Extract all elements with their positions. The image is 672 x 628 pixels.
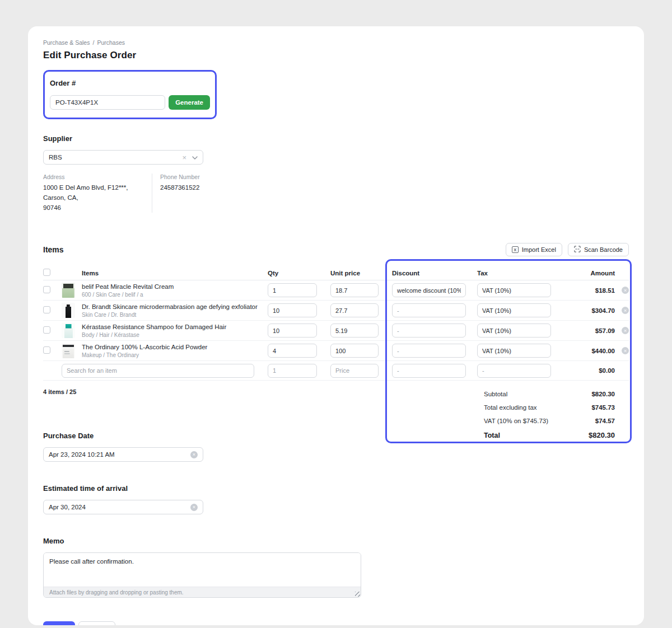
attach-files-bar: Attach files by dragging and dropping or… xyxy=(44,587,361,597)
remove-row-icon[interactable]: × xyxy=(622,347,629,354)
table-row: The Ordinary 100% L-Ascorbic Acid Powder… xyxy=(43,341,629,361)
breadcrumb: Purchase & Sales / Purchases xyxy=(43,39,629,46)
supplier-select[interactable]: RBS × xyxy=(43,150,203,165)
unit-price-input[interactable] xyxy=(330,324,379,338)
amount-value: $440.00 xyxy=(551,348,615,354)
eta-input[interactable]: Apr 30, 2024 × xyxy=(43,500,203,514)
new-row-amount: $0.00 xyxy=(551,367,615,374)
totals-row: VAT (10% on $745.73) $74.57 xyxy=(484,414,615,428)
grand-total-value: $820.30 xyxy=(589,431,615,439)
purchase-date-section: Purchase Date Apr 23, 2024 10:21 AM × xyxy=(43,432,203,462)
amount-value: $18.51 xyxy=(551,287,615,294)
discount-input[interactable] xyxy=(392,344,466,358)
totals-value: $74.57 xyxy=(595,418,615,424)
table-header-row: Items Qty Unit price Discount Tax Amount xyxy=(43,266,629,280)
breadcrumb-purchases[interactable]: Purchases xyxy=(97,39,125,46)
discount-input[interactable] xyxy=(392,283,466,297)
scan-barcode-button[interactable]: Scan Barcode xyxy=(568,243,629,256)
new-qty-input[interactable] xyxy=(268,364,317,378)
new-discount-input[interactable] xyxy=(392,364,466,378)
row-checkbox[interactable] xyxy=(43,286,50,293)
qty-input[interactable] xyxy=(268,344,317,358)
product-image xyxy=(62,303,75,318)
product-image xyxy=(62,343,75,358)
table-row: belif Peat Miracle Revital Cream 600 / S… xyxy=(43,280,629,301)
items-section: Items X Import Excel Scan Barcode xyxy=(43,243,629,443)
purchase-date-label: Purchase Date xyxy=(43,432,203,440)
barcode-scan-icon xyxy=(574,246,581,254)
order-number-input[interactable] xyxy=(50,95,165,110)
column-discount: Discount xyxy=(392,270,477,276)
purchase-date-input[interactable]: Apr 23, 2024 10:21 AM × xyxy=(43,447,203,462)
purchase-date-value: Apr 23, 2024 10:21 AM xyxy=(49,451,190,458)
table-row: Kérastase Resistance Shampoo for Damaged… xyxy=(43,321,629,341)
new-tax-input[interactable] xyxy=(477,364,551,378)
clear-eta-icon[interactable]: × xyxy=(190,504,198,511)
resize-handle[interactable] xyxy=(355,592,360,597)
discount-input[interactable] xyxy=(392,303,466,317)
supplier-section: Supplier RBS × Address 1000 E Del Amo Bl… xyxy=(43,134,629,213)
order-number-highlight-box: Order # Generate xyxy=(43,70,217,119)
unit-price-input[interactable] xyxy=(330,303,379,317)
product-category: 600 / Skin Care / belif / a xyxy=(82,292,268,298)
import-excel-button[interactable]: X Import Excel xyxy=(506,243,562,256)
product-category: Body / Hair / Kérastase xyxy=(82,332,268,338)
address-label: Address xyxy=(43,174,146,180)
tax-input[interactable] xyxy=(477,344,551,358)
row-checkbox[interactable] xyxy=(43,306,50,313)
column-qty: Qty xyxy=(268,270,330,276)
grand-total-label: Total xyxy=(484,432,500,439)
totals-row: Total excluding tax $745.73 xyxy=(484,401,615,414)
totals-label: VAT (10% on $745.73) xyxy=(484,418,548,424)
product-image xyxy=(62,283,75,298)
attach-files-hint: Attach files by dragging and dropping or… xyxy=(49,589,184,596)
save-button[interactable]: Save xyxy=(43,621,75,625)
totals-value: $745.73 xyxy=(591,404,615,411)
generate-button[interactable]: Generate xyxy=(169,95,210,110)
phone-value: 24587361522 xyxy=(160,183,200,193)
items-table: Items Qty Unit price Discount Tax Amount… xyxy=(43,266,629,443)
order-number-label: Order # xyxy=(50,79,210,87)
phone-label: Phone Number xyxy=(160,174,200,180)
totals-label: Subtotal xyxy=(484,391,507,397)
supplier-selected-value: RBS xyxy=(49,154,182,161)
qty-input[interactable] xyxy=(268,324,317,338)
clear-purchase-date-icon[interactable]: × xyxy=(190,451,198,458)
form-actions: Save Cancel xyxy=(43,621,629,625)
tax-input[interactable] xyxy=(477,303,551,317)
eta-value: Apr 30, 2024 xyxy=(49,504,190,510)
unit-price-input[interactable] xyxy=(330,344,379,358)
remove-row-icon[interactable]: × xyxy=(622,327,629,334)
totals-value: $820.30 xyxy=(591,391,615,397)
item-search-input[interactable] xyxy=(62,364,254,378)
qty-input[interactable] xyxy=(268,303,317,317)
qty-input[interactable] xyxy=(268,283,317,297)
row-checkbox[interactable] xyxy=(43,326,50,334)
select-all-checkbox[interactable] xyxy=(43,269,50,276)
page-title: Edit Purchase Order xyxy=(43,50,629,61)
unit-price-input[interactable] xyxy=(330,283,379,297)
supplier-label: Supplier xyxy=(43,134,629,143)
edit-purchase-order-card: Purchase & Sales / Purchases Edit Purcha… xyxy=(28,26,644,625)
table-row: Dr. Brandt Skincare microdermabrasion ag… xyxy=(43,301,629,321)
address-value: 1000 E Del Amo Blvd, F12***, Carson, CA,… xyxy=(43,183,146,213)
breadcrumb-purchase-sales[interactable]: Purchase & Sales xyxy=(43,39,90,46)
tax-input[interactable] xyxy=(477,324,551,338)
remove-row-icon[interactable]: × xyxy=(622,287,629,294)
totals-block: Subtotal $820.30 Total excluding tax $74… xyxy=(484,387,615,443)
row-checkbox[interactable] xyxy=(43,346,50,354)
add-item-row: $0.00 xyxy=(43,361,629,381)
clear-supplier-icon[interactable]: × xyxy=(182,153,186,162)
tax-input[interactable] xyxy=(477,283,551,297)
product-category: Makeup / The Ordinary xyxy=(82,352,268,358)
totals-row: Subtotal $820.30 xyxy=(484,387,615,401)
cancel-button[interactable]: Cancel xyxy=(78,621,115,625)
memo-textarea[interactable]: Please call after confirmation. xyxy=(44,553,361,587)
chevron-down-icon[interactable] xyxy=(192,154,198,161)
discount-input[interactable] xyxy=(392,324,466,338)
memo-section: Memo Please call after confirmation. Att… xyxy=(43,537,629,598)
new-price-input[interactable] xyxy=(330,364,379,378)
grand-total-row: Total $820.30 xyxy=(484,428,615,443)
remove-row-icon[interactable]: × xyxy=(622,307,629,314)
product-name: belif Peat Miracle Revital Cream xyxy=(82,283,268,290)
